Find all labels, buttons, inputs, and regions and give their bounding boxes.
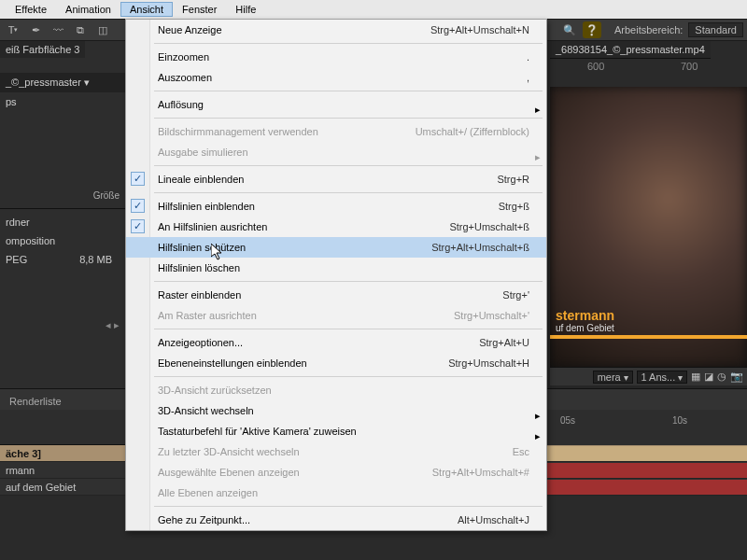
project-dropdown[interactable]: _©_pressmaster — [6, 77, 81, 88]
menu-item-label: 3D-Ansicht wechseln — [158, 405, 254, 416]
row-codec[interactable]: PEG — [6, 254, 27, 265]
menu-shortcut: , — [527, 67, 529, 88]
menu-item[interactable]: Gehe zu Zeitpunkt...Alt+Umschalt+J — [126, 510, 546, 530]
camera-select[interactable]: mera ▾ — [593, 371, 633, 384]
menu-shortcut: Alt+Umschalt+J — [458, 510, 529, 530]
pen-tool-icon[interactable]: ✒ — [26, 21, 45, 38]
views-select[interactable]: 1 Ans... ▾ — [637, 371, 687, 384]
project-subtab: ps — [0, 92, 125, 111]
help-icon[interactable]: ❔ — [583, 21, 601, 38]
menu-item-label: An Hilfslinien ausrichten — [158, 221, 267, 232]
renderlist-tab[interactable]: Renderliste — [0, 393, 71, 410]
workspace-label: Arbeitsbereich: — [614, 24, 683, 35]
menu-item[interactable]: ✓Hilfslinien einblendenStrg+ß — [126, 196, 546, 217]
menu-shortcut: Strg+Umschalt+ß — [449, 217, 529, 237]
menu-item-label: Hilfslinien einblenden — [158, 201, 255, 212]
menu-item[interactable]: Hilfslinien löschen — [126, 258, 546, 278]
menu-item: Bildschirmmanagement verwendenUmschalt+/… — [126, 121, 546, 142]
menu-separator — [154, 165, 543, 166]
clock-icon[interactable]: ◷ — [717, 371, 726, 383]
menu-shortcut: Strg+ß — [499, 196, 529, 217]
menu-item-label: Zu letzter 3D-Ansicht wechseln — [158, 446, 300, 457]
menu-item-label: Raster einblenden — [158, 289, 241, 301]
menu-shortcut: Strg+Alt+Umschalt+ß — [431, 237, 529, 258]
viewer-canvas[interactable]: stermann uf dem Gebiet — [550, 87, 747, 367]
menu-item[interactable]: Ebeneneinstellungen einblendenStrg+Umsch… — [126, 353, 546, 373]
menu-item[interactable]: Tastaturbefehl für 'Aktive Kamera' zuwei… — [126, 421, 546, 441]
menu-item-label: Hilfslinien löschen — [158, 262, 240, 273]
menu-item-label: Auflösung — [158, 99, 204, 110]
menu-item: Ausgewählte Ebenen anzeigenStrg+Alt+Umsc… — [126, 462, 546, 483]
menu-item-label: Am Raster ausrichten — [158, 310, 257, 321]
menu-separator — [154, 506, 543, 507]
eraser-tool-icon[interactable]: ◫ — [93, 21, 112, 38]
menu-item[interactable]: Neue AnzeigeStrg+Alt+Umschalt+N — [126, 20, 546, 40]
stamp-tool-icon[interactable]: ⧉ — [71, 21, 90, 38]
workspace-select[interactable]: Standard — [688, 22, 743, 37]
menu-item: Am Raster ausrichtenStrg+Umschalt+' — [126, 305, 546, 326]
menu-item-label: Ausgabe simulieren — [158, 147, 248, 158]
check-icon: ✓ — [131, 199, 145, 213]
menu-separator — [154, 192, 543, 193]
menu-item-label: Alle Ebenen anzeigen — [158, 487, 258, 498]
menu-shortcut: Strg+Alt+U — [479, 332, 529, 353]
lower-third-bar — [550, 335, 747, 339]
menu-item[interactable]: Auflösung▸ — [126, 94, 546, 115]
menu-ansicht[interactable]: Ansicht — [120, 2, 173, 17]
row-composition[interactable]: omposition — [0, 231, 125, 250]
mask-icon[interactable]: ◪ — [704, 371, 713, 383]
lower-third: stermann uf dem Gebiet — [550, 308, 747, 339]
menu-item[interactable]: Anzeigeoptionen...Strg+Alt+U — [126, 332, 546, 353]
menu-item: Alle Ebenen anzeigen — [126, 483, 546, 503]
menu-shortcut: Strg+Umschalt+' — [454, 305, 529, 326]
menu-fenster[interactable]: Fenster — [173, 2, 226, 17]
ansicht-menu: Neue AnzeigeStrg+Alt+Umschalt+NEinzoomen… — [125, 19, 547, 531]
menu-item[interactable]: Raster einblendenStrg+' — [126, 285, 546, 305]
menu-item[interactable]: ✓An Hilfslinien ausrichtenStrg+Umschalt+… — [126, 217, 546, 237]
menu-item[interactable]: Hilfslinien schützenStrg+Alt+Umschalt+ß — [126, 237, 546, 258]
composition-viewer: _68938154_©_pressmaster.mp4 600 700 ster… — [550, 41, 747, 373]
menu-item-label: Ebeneneinstellungen einblenden — [158, 357, 307, 369]
menu-item-label: Lineale einblenden — [158, 174, 244, 185]
menu-shortcut: Strg+' — [502, 285, 529, 305]
menubar: Effekte Animation Ansicht Fenster Hilfe — [0, 0, 747, 19]
menu-shortcut: Strg+Alt+Umschalt+N — [430, 20, 529, 40]
menu-separator — [154, 91, 543, 91]
menu-separator — [154, 118, 543, 119]
text-tool-icon[interactable]: T▾ — [4, 21, 22, 38]
menu-animation[interactable]: Animation — [56, 2, 120, 17]
menu-item: Zu letzter 3D-Ansicht wechselnEsc — [126, 441, 546, 462]
search-icon[interactable]: 🔍 — [560, 21, 579, 38]
viewer-ruler: 600 700 — [550, 59, 747, 74]
viewer-tab[interactable]: _68938154_©_pressmaster.mp4 — [550, 41, 711, 59]
brush-tool-icon[interactable]: 〰 — [49, 21, 67, 38]
menu-item-label: Ausgewählte Ebenen anzeigen — [158, 467, 300, 478]
menu-item-label: Anzeigeoptionen... — [158, 337, 243, 348]
menu-item[interactable]: Einzoomen. — [126, 47, 546, 67]
menu-item[interactable]: ✓Lineale einblendenStrg+R — [126, 169, 546, 189]
check-icon: ✓ — [131, 219, 145, 233]
menu-item-label: Auszoomen — [158, 72, 212, 83]
grid-icon[interactable]: ▦ — [691, 371, 700, 383]
menu-item: 3D-Ansicht zurücksetzen — [126, 380, 546, 400]
menu-item-label: 3D-Ansicht zurücksetzen — [158, 385, 272, 396]
menu-shortcut: Esc — [513, 441, 529, 462]
project-tab[interactable]: eiß Farbfläche 3 — [0, 41, 85, 58]
menu-item[interactable]: Auszoomen, — [126, 67, 546, 88]
submenu-arrow-icon: ▸ — [535, 99, 541, 119]
menu-item: Ausgabe simulieren▸ — [126, 142, 546, 162]
menu-separator — [154, 43, 543, 44]
col-size: Größe — [93, 190, 120, 201]
menu-shortcut: Strg+Umschalt+H — [448, 353, 529, 373]
lower-third-sub: uf dem Gebiet — [550, 323, 747, 333]
menu-item-label: Neue Anzeige — [158, 24, 222, 35]
row-folder[interactable]: rdner — [0, 213, 125, 231]
menu-shortcut: Strg+R — [497, 169, 529, 189]
menu-separator — [154, 329, 543, 329]
snapshot-icon[interactable]: 📷 — [730, 371, 743, 383]
menu-separator — [154, 281, 543, 282]
menu-effekte[interactable]: Effekte — [6, 2, 56, 17]
menu-shortcut: . — [527, 47, 529, 67]
menu-item[interactable]: 3D-Ansicht wechseln▸ — [126, 400, 546, 421]
menu-hilfe[interactable]: Hilfe — [226, 2, 265, 17]
